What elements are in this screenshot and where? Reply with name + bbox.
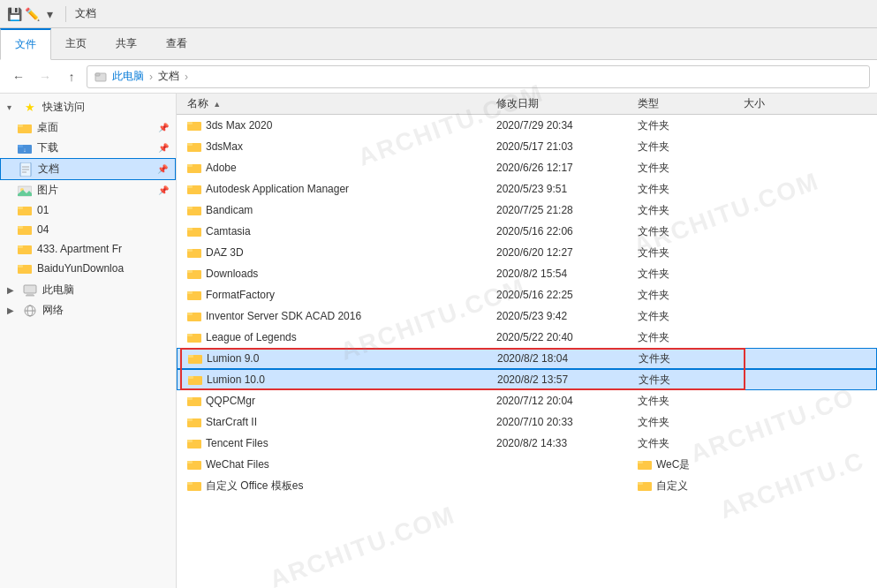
file-date-cell: 2020/7/12 20:04 — [493, 395, 634, 407]
svg-rect-60 — [187, 461, 193, 464]
nav-bar: ← → ↑ 此电脑 › 文档 › — [0, 60, 877, 94]
dropdown-icon[interactable]: ▾ — [42, 7, 57, 21]
undo-icon[interactable]: ✏️ — [25, 7, 39, 21]
sidebar-item-downloads[interactable]: ↓ 下载 📌 — [0, 138, 176, 158]
svg-rect-54 — [187, 397, 193, 400]
sidebar-baidu-label: BaiduYunDownloa — [37, 262, 169, 275]
address-bar[interactable]: 此电脑 › 文档 › — [87, 65, 870, 88]
file-type-cell: 文件夹 — [634, 182, 740, 197]
file-name-text: Inventor Server SDK ACAD 2016 — [206, 310, 361, 322]
table-row[interactable]: WeChat FilesWeC是 — [177, 454, 877, 475]
file-type-cell: 文件夹 — [635, 373, 741, 388]
file-name-cell: Adobe — [184, 162, 493, 174]
sidebar-item-433[interactable]: 433. Apartment Fr — [0, 239, 176, 259]
file-date-cell: 2020/8/2 13:57 — [494, 373, 635, 386]
table-row[interactable]: QQPCMgr2020/7/12 20:04文件夹 — [177, 390, 877, 411]
sidebar-item-pictures[interactable]: 图片 📌 — [0, 180, 176, 200]
folder-icon — [18, 121, 32, 135]
file-type-cell: 文件夹 — [634, 161, 740, 176]
header-size[interactable]: 大小 — [740, 96, 811, 111]
file-name-text: Adobe — [206, 162, 237, 174]
svg-rect-52 — [188, 376, 193, 379]
sidebar-item-01[interactable]: 01 — [0, 200, 176, 220]
svg-rect-16 — [18, 226, 23, 229]
sidebar-item-04[interactable]: 04 — [0, 220, 176, 239]
folder-icon — [187, 310, 201, 322]
folder-icon — [187, 416, 201, 428]
tab-view[interactable]: 查看 — [152, 28, 202, 59]
table-row[interactable]: Inventor Server SDK ACAD 20162020/5/23 9… — [177, 305, 877, 327]
sidebar-item-network[interactable]: ▶ 网络 — [0, 300, 176, 320]
file-name-text: 3ds Max 2020 — [206, 119, 272, 132]
table-row[interactable]: League of Legends2020/5/22 20:40文件夹 — [177, 327, 877, 348]
sidebar-item-baidu[interactable]: BaiduYunDownloa — [0, 259, 176, 278]
file-name-text: 3dsMax — [206, 140, 243, 153]
forward-button[interactable]: → — [34, 65, 57, 88]
main-content: ▾ ★ 快速访问 桌面 📌 ↓ 下载 📌 — [0, 94, 877, 588]
save-icon[interactable]: 💾 — [7, 7, 21, 21]
file-list: 名称 ▲ 修改日期 类型 大小 3ds Max 20202020/7/29 20… — [177, 94, 877, 588]
file-type-cell: 文件夹 — [634, 436, 740, 451]
up-button[interactable]: ↑ — [60, 65, 83, 88]
table-row[interactable]: Tencent Files2020/8/2 14:33文件夹 — [177, 433, 877, 454]
svg-rect-66 — [638, 482, 643, 485]
file-name-text: Camtasia — [206, 225, 251, 237]
file-name-cell: Tencent Files — [184, 437, 493, 449]
tab-share[interactable]: 共享 — [102, 28, 152, 59]
file-date-cell: 2020/5/16 22:06 — [493, 225, 634, 237]
file-sublabel: WeC是 — [656, 457, 690, 472]
file-name-cell: 3ds Max 2020 — [184, 119, 493, 132]
file-sublabel: 自定义 — [656, 479, 688, 494]
tab-home[interactable]: 主页 — [51, 28, 102, 59]
table-row[interactable]: 自定义 Office 模板es自定义 — [177, 475, 877, 496]
table-row[interactable]: DAZ 3D2020/6/20 12:27文件夹 — [177, 242, 877, 263]
folder-icon — [187, 268, 201, 280]
breadcrumb-documents[interactable]: 文档 — [158, 69, 179, 84]
table-row[interactable]: Adobe2020/6/26 12:17文件夹 — [177, 157, 877, 178]
tab-file[interactable]: 文件 — [0, 28, 51, 60]
header-type[interactable]: 类型 — [634, 96, 740, 111]
folder-icon — [187, 119, 201, 132]
file-type-cell: 文件夹 — [634, 139, 740, 155]
sidebar-item-documents[interactable]: 文档 📌 — [0, 158, 176, 180]
file-name-cell: StarCraft II — [184, 416, 493, 428]
file-name-cell: FormatFactory — [184, 289, 493, 301]
sidebar-quick-access[interactable]: ▾ ★ 快速访问 — [0, 97, 176, 117]
file-name-text: League of Legends — [206, 331, 297, 343]
table-row[interactable]: Bandicam2020/7/25 21:28文件夹 — [177, 200, 877, 221]
table-row[interactable]: Camtasia2020/5/16 22:06文件夹 — [177, 221, 877, 242]
file-name-cell: League of Legends — [184, 331, 493, 343]
folder-icon — [187, 246, 201, 259]
svg-rect-22 — [26, 293, 34, 295]
star-icon: ★ — [23, 101, 37, 115]
header-name[interactable]: 名称 ▲ — [184, 96, 493, 111]
breadcrumb-thispc[interactable]: 此电脑 — [112, 69, 144, 84]
expand-arrow-pc: ▶ — [7, 285, 18, 295]
table-row[interactable]: 3ds Max 20202020/7/29 20:34文件夹 — [177, 115, 877, 136]
file-type-cell: 文件夹 — [634, 203, 740, 218]
svg-rect-28 — [187, 122, 193, 124]
pin-icon3: 📌 — [157, 164, 168, 174]
svg-rect-1 — [95, 73, 100, 76]
table-row[interactable]: StarCraft II2020/7/10 20:33文件夹 — [177, 411, 877, 433]
header-date[interactable]: 修改日期 — [493, 96, 634, 111]
breadcrumb-root[interactable] — [95, 70, 109, 83]
file-name-cell: Inventor Server SDK ACAD 2016 — [184, 310, 493, 322]
table-row[interactable]: FormatFactory2020/5/16 22:25文件夹 — [177, 284, 877, 305]
sidebar-item-desktop[interactable]: 桌面 📌 — [0, 117, 176, 138]
table-row[interactable]: Autodesk Application Manager2020/5/23 9:… — [177, 178, 877, 200]
table-row[interactable]: 3dsMax2020/5/17 21:03文件夹 — [177, 136, 877, 157]
sidebar-item-thispc[interactable]: ▶ 此电脑 — [0, 280, 176, 300]
table-row[interactable]: Lumion 9.02020/8/2 18:04文件夹 — [177, 348, 877, 369]
file-date-cell: 2020/7/10 20:33 — [493, 416, 634, 428]
back-button[interactable]: ← — [7, 65, 30, 88]
file-name-cell: Camtasia — [184, 225, 493, 237]
table-row[interactable]: Lumion 10.02020/8/2 13:57文件夹 — [177, 369, 877, 390]
sidebar-desktop-label: 桌面 — [37, 120, 151, 135]
table-row[interactable]: Downloads2020/8/2 15:54文件夹 — [177, 263, 877, 284]
folder-01-icon — [18, 203, 32, 217]
quick-access-label: 快速访问 — [42, 100, 169, 115]
svg-rect-42 — [187, 270, 193, 273]
file-name-text: Downloads — [206, 268, 258, 280]
svg-rect-62 — [638, 461, 643, 464]
